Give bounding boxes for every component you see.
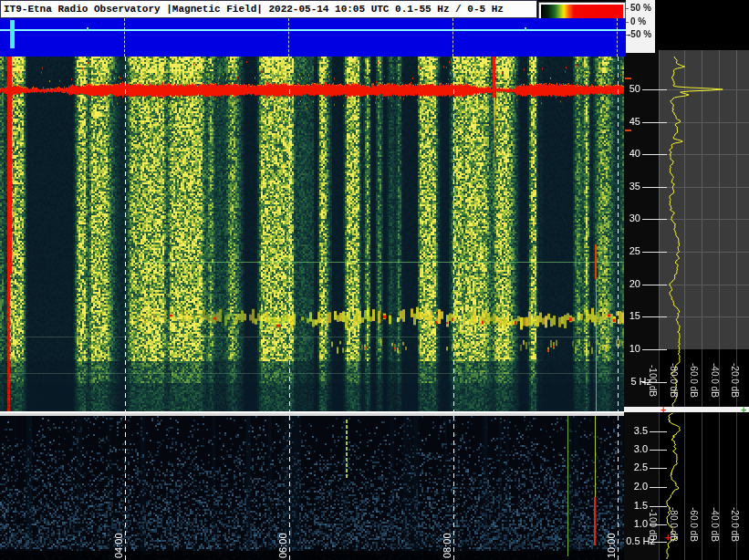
db-label-60-upper: -60.0 dB [689, 363, 699, 398]
amplitude-event-bar [10, 20, 15, 48]
time-label-0600: 06:00 [277, 533, 288, 558]
freq-label-3p0: 3.0 [624, 443, 648, 454]
freq-label-5hz: 5 Hz [620, 376, 651, 387]
top-right-filler [655, 0, 749, 50]
percent-label-0: 0 % [630, 16, 646, 26]
freq-label-1p5: 1.5 [624, 500, 648, 511]
color-gradient-bar [541, 5, 623, 18]
db-label-20-lower: -20.0 dB [730, 507, 740, 542]
freq-label-1p0: 1.0 [624, 518, 648, 529]
cursor-cross-green-upper: + [741, 407, 746, 413]
freq-label-45: 45 [620, 116, 640, 127]
percent-axis: 50 % 0 % -50 % [626, 0, 655, 53]
amplitude-strip-panel [0, 18, 626, 57]
db-label-80-upper: -80.0 dB [669, 363, 679, 398]
cursor-cross-red-upper: + [661, 407, 666, 413]
time-gridline [288, 18, 289, 57]
db-label-100-lower: -100 dB [648, 509, 658, 541]
db-label-20-upper: -20.0 dB [730, 363, 740, 398]
percent-label-neg50: -50 % [628, 29, 651, 39]
time-gridline [453, 18, 453, 57]
db-label-40-lower: -40.0 dB [710, 507, 720, 542]
freq-label-2p5: 2.5 [624, 461, 648, 472]
time-label-0400: 04:00 [113, 533, 124, 558]
freq-label-10: 10 [620, 343, 640, 354]
freq-label-30: 30 [620, 213, 640, 223]
freq-label-2p0: 2.0 [624, 481, 648, 492]
db-label-60-lower: -60.0 dB [689, 507, 699, 542]
amplitude-blip [87, 27, 88, 31]
db-label-40-upper: -40.0 dB [710, 363, 720, 398]
percent-tick [626, 22, 629, 23]
time-label-1000: 10:00 [606, 533, 617, 558]
freq-label-20: 20 [620, 278, 640, 289]
amplitude-blip [525, 27, 526, 31]
percent-label-50: 50 % [630, 3, 651, 13]
freq-label-25: 25 [620, 245, 640, 256]
db-label-100-upper: -100 dB [648, 365, 658, 397]
freq-label-3p5: 3.5 [624, 425, 648, 436]
percent-tick [626, 8, 629, 9]
freq-label-35: 35 [620, 181, 640, 192]
amplitude-trace-line [0, 29, 626, 31]
time-gridline [617, 18, 618, 57]
freq-label-15: 15 [620, 310, 640, 321]
time-label-0800: 08:00 [442, 533, 453, 558]
title-bar: IT9-Etna Radio Observatory |Magnetic Fie… [0, 0, 537, 18]
time-gridline [124, 18, 125, 57]
spectrum-lab-window: IT9-Etna Radio Observatory |Magnetic Fie… [0, 0, 749, 560]
freq-label-40: 40 [620, 148, 640, 159]
cursor-cross-red-lower: + [665, 534, 671, 541]
freq-label-50: 50 [620, 83, 640, 94]
